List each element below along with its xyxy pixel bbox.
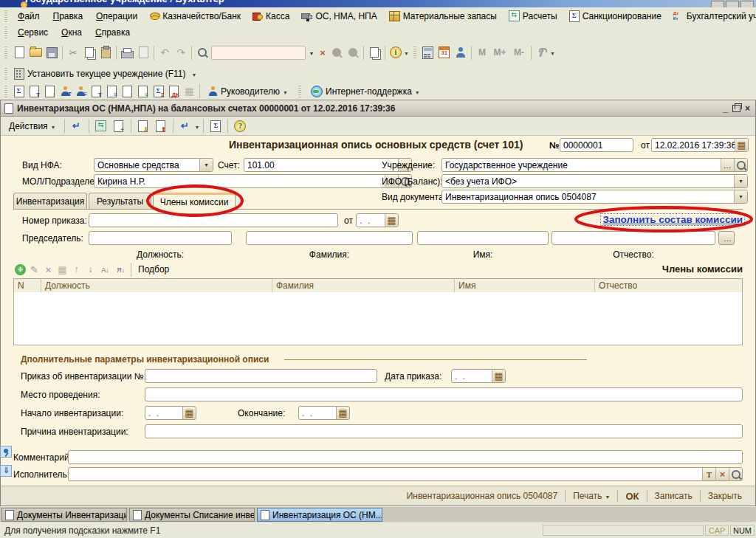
pin-panel-button[interactable] xyxy=(0,446,12,458)
close-button-doc[interactable]: Закрыть xyxy=(701,491,749,501)
fill-commission-link[interactable]: Заполнить состав комиссии xyxy=(601,214,744,225)
calendar-picker-button[interactable] xyxy=(182,407,196,419)
report-card-list-button[interactable]: ≡ xyxy=(104,84,120,99)
doc-close-button[interactable]: × xyxy=(745,104,750,113)
windows-list-button[interactable] xyxy=(366,44,382,61)
move-down-button[interactable] xyxy=(83,261,97,277)
chairman-position-input[interactable] xyxy=(89,231,232,245)
commission-table-header[interactable]: N Должность Фамилия Имя Отчество xyxy=(13,278,743,293)
clear-button[interactable] xyxy=(715,468,729,480)
menu-file[interactable]: Файл xyxy=(11,10,47,23)
menu-sanction[interactable]: Санкционирование xyxy=(563,9,667,24)
document-structure-button[interactable] xyxy=(207,118,224,134)
reason-input[interactable] xyxy=(145,424,743,438)
start-date-input[interactable]: . . xyxy=(145,406,196,420)
service-info-button[interactable]: i xyxy=(388,44,404,61)
taskbar-tab-inventory-docs[interactable]: Документы Инвентаризаци... xyxy=(1,508,127,522)
tools-button[interactable] xyxy=(534,44,550,61)
manager-menu-button[interactable]: Руководителю xyxy=(202,85,294,98)
set-institution-label[interactable]: Установить текущее учреждение (F11) xyxy=(27,69,185,79)
reverse-button[interactable]: ⬆ xyxy=(153,118,169,134)
order-date-field[interactable]: . . xyxy=(451,369,506,383)
post-and-close-button[interactable] xyxy=(69,118,85,134)
doc-number-input[interactable]: 00000001 xyxy=(560,138,633,152)
toolbar-grip[interactable] xyxy=(4,27,7,38)
calendar-picker-button[interactable] xyxy=(336,407,349,419)
redo-button[interactable] xyxy=(173,44,189,61)
open-button[interactable] xyxy=(27,44,44,61)
taskbar-tab-writeoff-docs[interactable]: Документы Списание инве... xyxy=(129,508,255,522)
ok-button[interactable]: ОК xyxy=(618,491,646,502)
menu-settlements[interactable]: Расчеты xyxy=(503,9,563,23)
doctype-select[interactable]: Инвентаризационная опись 0504087 xyxy=(441,190,748,204)
minimize-button[interactable] xyxy=(711,1,724,7)
help-button[interactable]: ? xyxy=(232,118,248,134)
calendar-picker-button[interactable] xyxy=(385,214,398,227)
maximize-button[interactable] xyxy=(726,1,739,7)
print-button-doc[interactable]: Печать xyxy=(566,491,617,501)
executor-input[interactable] xyxy=(68,467,743,481)
grid-settings-button[interactable] xyxy=(55,261,69,277)
edit-row-button[interactable] xyxy=(27,261,41,277)
toolbar-grip[interactable] xyxy=(298,86,301,97)
actions-menu-button[interactable]: Действия xyxy=(4,120,61,133)
set-institution-button[interactable] xyxy=(11,66,27,82)
toolbar-grip[interactable] xyxy=(4,46,7,58)
add-copy-button[interactable]: + xyxy=(111,118,127,134)
report-analysis-t-button[interactable]: T xyxy=(58,84,73,99)
order-date-input[interactable]: . . xyxy=(356,213,399,227)
chairman-surname-input[interactable] xyxy=(246,231,413,245)
report-account-t-button[interactable]: T xyxy=(27,84,42,99)
chevron-down-icon[interactable] xyxy=(195,122,200,131)
find-button[interactable] xyxy=(194,44,210,61)
new-document-button[interactable] xyxy=(11,44,27,61)
close-button[interactable] xyxy=(740,1,754,7)
report-turnover-button[interactable] xyxy=(11,84,27,99)
toolbar-grip[interactable] xyxy=(4,10,7,22)
internet-support-button[interactable]: Интернет-поддержка xyxy=(305,84,426,99)
report-chess-button[interactable] xyxy=(182,84,197,99)
report-analysis-list-button[interactable]: ≡ xyxy=(73,84,89,99)
doctype-button[interactable]: Инвентаризационная опись 0504087 xyxy=(399,491,566,501)
calendar-picker-button[interactable] xyxy=(735,139,748,151)
toolbar-grip[interactable] xyxy=(4,86,7,97)
chevron-down-icon[interactable] xyxy=(191,69,196,78)
chevron-down-icon[interactable] xyxy=(404,48,409,57)
cut-button[interactable] xyxy=(65,44,81,61)
copy-button[interactable] xyxy=(81,44,97,61)
open-button-mag[interactable] xyxy=(729,468,742,480)
memory-recall-button[interactable]: M xyxy=(474,44,490,61)
end-date-input[interactable]: . . xyxy=(298,406,350,420)
paste-button[interactable] xyxy=(97,44,114,61)
report-turnover-list-button[interactable]: ≡ xyxy=(135,84,151,99)
nfa-type-select[interactable]: Основные средства xyxy=(94,158,213,172)
report-turnover-t-button[interactable]: ↕ xyxy=(120,84,135,99)
fill-in-button[interactable]: ⬇ xyxy=(135,118,151,134)
menu-edit[interactable]: Правка xyxy=(47,10,90,23)
open-button-mag[interactable] xyxy=(734,159,747,171)
memory-add-button[interactable]: M+ xyxy=(490,44,509,61)
doc-date-input[interactable]: 12.02.2016 17:39:36 xyxy=(651,138,749,152)
menu-treasury[interactable]: Казначейство/Банк xyxy=(144,10,247,23)
place-input[interactable] xyxy=(145,387,743,401)
undo-button[interactable] xyxy=(157,44,173,61)
report-summary-button[interactable]: Σ xyxy=(151,84,166,99)
move-up-button[interactable] xyxy=(69,261,83,277)
menu-help[interactable]: Справка xyxy=(89,26,137,39)
save-button[interactable] xyxy=(44,44,60,61)
doc-restore-button[interactable] xyxy=(732,105,740,112)
ellipsis-button[interactable] xyxy=(721,159,734,171)
order-number-input[interactable] xyxy=(89,213,338,227)
add-row-button[interactable] xyxy=(13,261,27,277)
tab-commission-members[interactable]: Члены комиссии xyxy=(153,193,236,210)
mol-input[interactable]: Кирина Н.Р. xyxy=(94,174,412,188)
calendar-button[interactable]: 31 xyxy=(436,44,453,61)
chairman-ellipsis-button[interactable] xyxy=(718,231,735,245)
print-preview-button[interactable] xyxy=(135,44,151,61)
find-prev-button[interactable] xyxy=(345,44,361,61)
report-postings-button[interactable]: ↕ xyxy=(42,84,58,99)
tab-results[interactable]: Результаты xyxy=(89,193,151,209)
toolbar-grip[interactable] xyxy=(4,68,7,80)
menu-windows[interactable]: Окна xyxy=(55,26,89,39)
menu-fixed-assets[interactable]: ОС, НМА, НПА xyxy=(295,10,382,23)
